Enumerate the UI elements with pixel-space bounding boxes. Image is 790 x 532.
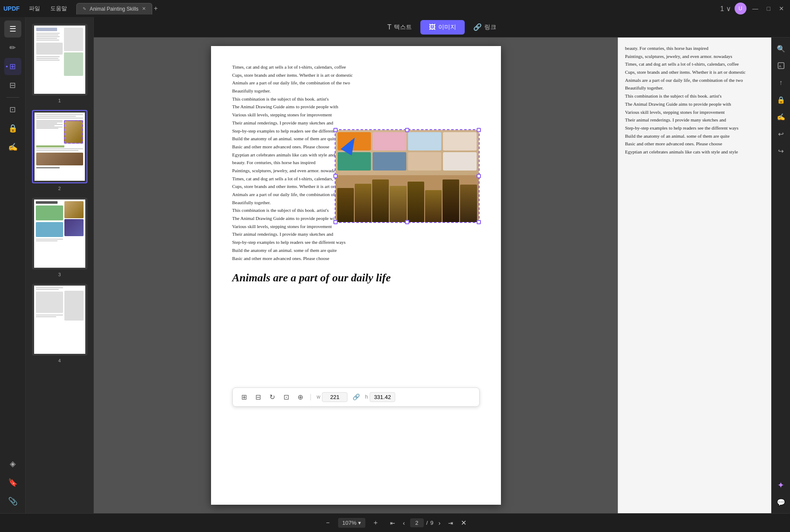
- right-text-line-10: Their animal renderings. I provide many …: [625, 116, 764, 124]
- sidebar-organize-icon[interactable]: ⊟: [4, 77, 21, 94]
- pdf-page: Times, cat and dog art sells a lot of t-…: [211, 46, 501, 505]
- first-page-button[interactable]: ⇤: [388, 518, 398, 528]
- main-layout: ☰ ✏ ⊞ ⊟ ⊡ 🔒 ✍ ◈ 🔖 📎: [0, 17, 790, 513]
- thumb-frame-2: [32, 110, 87, 183]
- image-tool-icon: 🖼: [429, 23, 436, 31]
- thumb-label-1: 1: [58, 98, 61, 103]
- sidebar-annotation-icon[interactable]: ✏: [4, 39, 21, 56]
- thumb-content-4: [34, 286, 85, 354]
- zoom-dropdown-icon: ▾: [358, 520, 361, 526]
- total-pages: 9: [430, 520, 433, 526]
- thumbnail-page-1[interactable]: 1: [26, 20, 93, 107]
- search-panel-icon[interactable]: 🔍: [773, 41, 789, 56]
- handle-top-right[interactable]: [477, 128, 481, 132]
- last-page-button[interactable]: ⇥: [446, 518, 456, 528]
- zoom-out-button[interactable]: －: [321, 517, 335, 529]
- img-crop-icon[interactable]: ⊡: [282, 391, 291, 403]
- maximize-button[interactable]: □: [764, 4, 773, 13]
- close-nav-button[interactable]: ✕: [458, 517, 469, 529]
- sidebar-layers-icon[interactable]: ◈: [4, 455, 21, 472]
- img-copy-icon[interactable]: ⊕: [296, 391, 305, 403]
- pdf-line-6: The Animal Drawing Guide aims to provide…: [232, 103, 480, 111]
- app-logo: UPDF: [3, 5, 20, 12]
- thumb-frame-4: [32, 284, 87, 356]
- thumb-frame-1: [32, 24, 87, 95]
- zoom-controls: － 107% ▾ ＋: [321, 517, 382, 529]
- thumbnail-page-2[interactable]: 2: [26, 107, 93, 194]
- right-text-line-1: beauty. For centuries, this horse has in…: [625, 44, 764, 52]
- right-text-line-6: Beautifully together.: [625, 84, 764, 92]
- width-dimension: w: [317, 392, 348, 402]
- current-page-input[interactable]: [410, 518, 424, 527]
- handle-bottom-center[interactable]: [405, 220, 409, 224]
- user-avatar[interactable]: U: [735, 3, 747, 14]
- protect-icon[interactable]: 🔒: [773, 92, 789, 107]
- right-text-line-5: Animals are a part of our daily life, th…: [625, 76, 764, 84]
- thumb-frame-3: [32, 198, 87, 269]
- img-rotate-icon[interactable]: ↻: [268, 391, 277, 403]
- sidebar-read-icon[interactable]: ☰: [4, 20, 21, 38]
- height-input[interactable]: [370, 392, 395, 402]
- sidebar-sign-icon[interactable]: ✍: [4, 139, 21, 156]
- pdf-main-view[interactable]: Times, cat and dog art sells a lot of t-…: [94, 38, 618, 513]
- sidebar-attach-icon[interactable]: 📎: [4, 493, 21, 510]
- ai-icon[interactable]: ✦: [773, 477, 789, 493]
- zoom-level-display[interactable]: 107% ▾: [338, 518, 365, 528]
- next-page-button[interactable]: ›: [436, 518, 443, 528]
- minimize-button[interactable]: —: [750, 4, 761, 13]
- image-tool-label: 이미지: [438, 23, 456, 31]
- sidebar-bookmark-icon[interactable]: 🔖: [4, 474, 21, 491]
- close-button[interactable]: ✕: [776, 4, 787, 13]
- tab-edit-icon: ✎: [83, 6, 86, 11]
- link-dimensions-icon[interactable]: 🔗: [353, 393, 360, 400]
- text-tool-button[interactable]: T 텍스트: [379, 20, 421, 35]
- menu-file[interactable]: 파일: [25, 3, 44, 14]
- sidebar-divider: [6, 97, 19, 98]
- link-tool-icon: 🔗: [473, 23, 482, 31]
- right-text-line-2: Paintings, sculptures, jewelry, and even…: [625, 52, 764, 61]
- text-tool-icon: T: [388, 23, 392, 31]
- img-position-icon[interactable]: ⊞: [240, 391, 249, 403]
- new-tab-button[interactable]: +: [154, 5, 158, 12]
- selected-image-container[interactable]: [335, 129, 480, 223]
- menu-help[interactable]: 도움말: [46, 3, 71, 14]
- sign-icon[interactable]: ✍: [773, 109, 789, 124]
- thumb-label-3: 3: [58, 272, 61, 277]
- link-tool-button[interactable]: 🔗 링크: [465, 20, 505, 35]
- content-area: T 텍스트 🖼 이미지 🔗 링크 Times, cat and dog art …: [94, 17, 790, 513]
- height-label: h: [365, 394, 368, 400]
- sidebar-edit-icon[interactable]: ⊞: [4, 58, 21, 75]
- width-input[interactable]: [322, 392, 347, 402]
- handle-bottom-left[interactable]: [333, 220, 338, 224]
- image-tool-button[interactable]: 🖼 이미지: [420, 20, 465, 35]
- undo-icon[interactable]: ↩: [773, 126, 789, 142]
- thumb-label-2: 2: [58, 186, 61, 191]
- tab-close-icon[interactable]: ✕: [142, 6, 146, 12]
- handle-bottom-right[interactable]: [477, 220, 481, 224]
- tab-animal-painting[interactable]: ✎ Animal Painting Skills ✕: [76, 3, 152, 14]
- sidebar-protect-icon[interactable]: 🔒: [4, 120, 21, 137]
- ocr-icon[interactable]: A: [773, 58, 789, 73]
- prev-page-button[interactable]: ‹: [400, 518, 408, 528]
- window-controls: 1 ∨ U — □ ✕: [720, 3, 787, 14]
- zoom-in-button[interactable]: ＋: [369, 517, 382, 529]
- right-text-line-7: This combination is the subject of this …: [625, 92, 764, 100]
- handle-middle-right[interactable]: [477, 174, 481, 178]
- share-icon[interactable]: 💬: [773, 494, 789, 510]
- thumbnail-page-3[interactable]: 3: [26, 194, 93, 280]
- handle-top-center[interactable]: [405, 128, 409, 132]
- sidebar-convert-icon[interactable]: ⊡: [4, 101, 21, 118]
- page-navigation: ⇤ ‹ / 9 › ⇥ ✕: [388, 517, 469, 529]
- thumbnail-page-4[interactable]: 4: [26, 280, 93, 367]
- pdf-area: Times, cat and dog art sells a lot of t-…: [94, 38, 790, 513]
- zoom-value: 107%: [342, 520, 356, 526]
- redo-icon[interactable]: ↪: [773, 143, 789, 159]
- right-sidebar: 🔍 A ↑ 🔒 ✍ ↩ ↪ ✦ 💬: [771, 38, 790, 513]
- img-align-icon[interactable]: ⊟: [254, 391, 263, 403]
- tab-title: Animal Painting Skills: [90, 6, 139, 12]
- handle-top-left[interactable]: [333, 128, 338, 132]
- link-tool-label: 링크: [484, 23, 496, 31]
- handle-middle-left[interactable]: [333, 174, 338, 178]
- export-icon[interactable]: ↑: [773, 75, 789, 90]
- right-text-line-12: Build the anatomy of an animal. some of …: [625, 132, 764, 140]
